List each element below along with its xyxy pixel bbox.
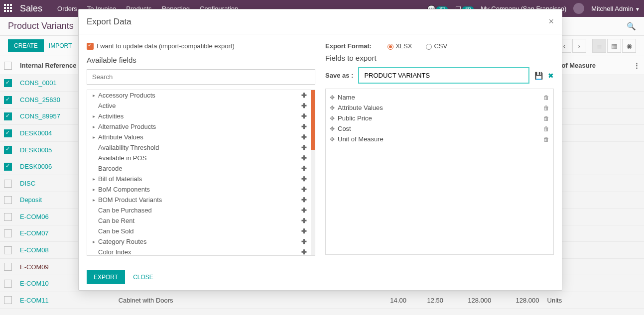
add-field-icon[interactable]: ✚ bbox=[301, 238, 307, 245]
field-item[interactable]: ▸Category Routes✚ bbox=[87, 236, 315, 247]
add-field-icon[interactable]: ✚ bbox=[301, 248, 307, 256]
caret-icon: ▸ bbox=[90, 197, 97, 203]
export-modal: Export Data × I want to update data (imp… bbox=[78, 9, 562, 291]
radio-csv[interactable] bbox=[426, 44, 432, 50]
field-label: Availability Threshold bbox=[97, 144, 301, 151]
field-item[interactable]: ▸Can be Rent✚ bbox=[87, 215, 315, 226]
saveas-label: Save as : bbox=[325, 72, 353, 79]
drag-icon[interactable]: ✥ bbox=[330, 136, 335, 143]
field-label: Category Routes bbox=[97, 238, 301, 245]
field-label: Color Index bbox=[97, 248, 301, 256]
add-field-icon[interactable]: ✚ bbox=[301, 112, 307, 120]
field-item[interactable]: ▸Color Index✚ bbox=[87, 247, 315, 256]
update-label: I want to update data (import-compatible… bbox=[97, 42, 235, 50]
field-item[interactable]: ▸Barcode✚ bbox=[87, 163, 315, 174]
field-item[interactable]: ▸Alternative Products✚ bbox=[87, 121, 315, 132]
export-field-label: Public Price bbox=[338, 114, 543, 122]
field-item[interactable]: ▸Attribute Values✚ bbox=[87, 132, 315, 142]
field-label: BoM Components bbox=[97, 186, 301, 193]
field-label: Active bbox=[97, 102, 301, 109]
field-label: Alternative Products bbox=[97, 123, 301, 130]
add-field-icon[interactable]: ✚ bbox=[301, 102, 307, 109]
field-item[interactable]: ▸Activities✚ bbox=[87, 111, 315, 121]
export-field-item[interactable]: ✥Attribute Values🗑 bbox=[330, 103, 549, 113]
caret-icon: ▸ bbox=[90, 93, 97, 98]
caret-icon: ▸ bbox=[90, 239, 97, 244]
field-item[interactable]: ▸Can be Sold✚ bbox=[87, 226, 315, 236]
field-item[interactable]: ▸Active✚ bbox=[87, 101, 315, 111]
fields-to-export-title: Fields to export bbox=[325, 54, 554, 62]
caret-icon: ▸ bbox=[90, 187, 97, 192]
export-field-item[interactable]: ✥Cost🗑 bbox=[330, 123, 549, 134]
caret-icon: ▸ bbox=[90, 134, 97, 140]
field-item[interactable]: ▸BoM Components✚ bbox=[87, 184, 315, 195]
drag-icon[interactable]: ✥ bbox=[330, 105, 335, 111]
modal-title: Export Data bbox=[87, 17, 131, 27]
caret-icon: ▸ bbox=[90, 176, 97, 182]
export-field-item[interactable]: ✥Unit of Measure🗑 bbox=[330, 134, 549, 144]
field-item[interactable]: ▸Accessory Products✚ bbox=[87, 90, 315, 101]
field-item[interactable]: ▸Can be Purchased✚ bbox=[87, 205, 315, 215]
save-icon[interactable]: 💾 bbox=[534, 72, 543, 80]
trash-icon[interactable]: 🗑 bbox=[543, 136, 549, 143]
add-field-icon[interactable]: ✚ bbox=[301, 196, 307, 204]
add-field-icon[interactable]: ✚ bbox=[301, 92, 307, 99]
close-icon[interactable]: × bbox=[548, 16, 554, 27]
close-button[interactable]: CLOSE bbox=[131, 270, 155, 284]
export-field-item[interactable]: ✥Name🗑 bbox=[330, 92, 549, 103]
export-format-label: Export Format: bbox=[325, 42, 372, 50]
drag-icon[interactable]: ✥ bbox=[330, 125, 335, 132]
field-label: Can be Purchased bbox=[97, 207, 301, 214]
available-fields-list[interactable]: ▸Accessory Products✚▸Active✚▸Activities✚… bbox=[87, 90, 315, 256]
export-field-label: Name bbox=[338, 94, 543, 101]
scrollbar-thumb[interactable] bbox=[311, 90, 315, 150]
field-item[interactable]: ▸Bill of Materials✚ bbox=[87, 174, 315, 184]
field-label: Bill of Materials bbox=[97, 175, 301, 183]
field-label: Activities bbox=[97, 112, 301, 120]
export-field-label: Unit of Measure bbox=[338, 135, 543, 143]
field-item[interactable]: ▸Available in POS✚ bbox=[87, 153, 315, 163]
export-field-label: Cost bbox=[338, 125, 543, 132]
field-item[interactable]: ▸BOM Product Variants✚ bbox=[87, 195, 315, 205]
export-field-label: Attribute Values bbox=[338, 104, 543, 111]
drag-icon[interactable]: ✥ bbox=[330, 94, 335, 101]
add-field-icon[interactable]: ✚ bbox=[301, 144, 307, 151]
add-field-icon[interactable]: ✚ bbox=[301, 175, 307, 183]
trash-icon[interactable]: 🗑 bbox=[543, 94, 549, 101]
add-field-icon[interactable]: ✚ bbox=[301, 133, 307, 141]
trash-icon[interactable]: 🗑 bbox=[543, 125, 549, 132]
add-field-icon[interactable]: ✚ bbox=[301, 165, 307, 172]
saveas-input[interactable] bbox=[358, 67, 529, 84]
trash-icon[interactable]: 🗑 bbox=[543, 115, 549, 122]
caret-icon: ▸ bbox=[90, 113, 97, 119]
radio-xlsx[interactable] bbox=[387, 44, 393, 50]
cancel-icon[interactable]: ✖ bbox=[548, 72, 554, 80]
add-field-icon[interactable]: ✚ bbox=[301, 154, 307, 162]
field-label: Can be Sold bbox=[97, 227, 301, 235]
add-field-icon[interactable]: ✚ bbox=[301, 217, 307, 224]
update-checkbox[interactable] bbox=[87, 43, 94, 50]
add-field-icon[interactable]: ✚ bbox=[301, 186, 307, 193]
add-field-icon[interactable]: ✚ bbox=[301, 207, 307, 214]
export-button[interactable]: EXPORT bbox=[87, 270, 125, 284]
field-label: Attribute Values bbox=[97, 133, 301, 141]
trash-icon[interactable]: 🗑 bbox=[543, 105, 549, 111]
export-field-item[interactable]: ✥Public Price🗑 bbox=[330, 113, 549, 123]
field-label: Can be Rent bbox=[97, 217, 301, 224]
field-label: Barcode bbox=[97, 165, 301, 172]
drag-icon[interactable]: ✥ bbox=[330, 115, 335, 122]
field-label: Available in POS bbox=[97, 154, 301, 162]
available-fields-title: Available fields bbox=[87, 56, 315, 64]
export-fields-list[interactable]: ✥Name🗑✥Attribute Values🗑✥Public Price🗑✥C… bbox=[325, 89, 554, 255]
add-field-icon[interactable]: ✚ bbox=[301, 123, 307, 130]
add-field-icon[interactable]: ✚ bbox=[301, 227, 307, 235]
field-item[interactable]: ▸Availability Threshold✚ bbox=[87, 142, 315, 153]
field-label: BOM Product Variants bbox=[97, 196, 301, 204]
search-input[interactable] bbox=[87, 69, 315, 85]
caret-icon: ▸ bbox=[90, 124, 97, 129]
field-label: Accessory Products bbox=[97, 92, 301, 99]
